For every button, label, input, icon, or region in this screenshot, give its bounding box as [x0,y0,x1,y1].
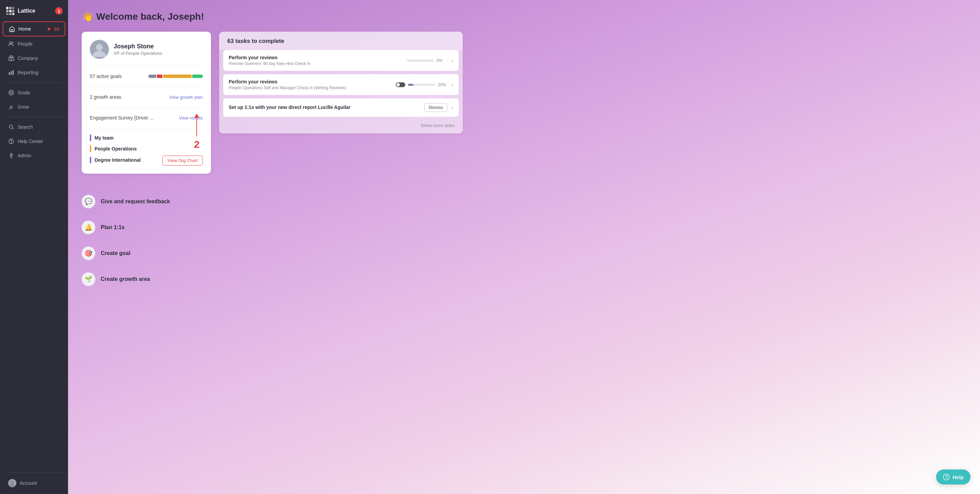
action-growth-label: Create growth area [101,276,150,282]
action-feedback[interactable]: 💬 Give and request feedback [82,190,463,213]
annotation-number-2: 2 [194,139,200,150]
svg-rect-5 [12,10,14,12]
svg-point-27 [943,474,950,480]
sidebar-item-people[interactable]: People [3,37,65,51]
arrow-line [196,118,197,137]
task-arrow-2[interactable]: › [452,82,453,88]
sidebar-item-goals[interactable]: Goals [3,86,65,99]
svg-rect-13 [11,59,12,61]
profile-goals-row: 57 active goals [90,70,203,82]
svg-rect-2 [12,7,14,9]
company-icon [8,55,14,61]
svg-rect-15 [11,71,12,75]
action-goal-label: Create goal [101,250,130,257]
task-toggle-2[interactable] [396,82,405,87]
action-goal[interactable]: 🎯 Create goal [82,242,463,265]
profile-avatar [90,40,109,59]
task-subtitle-2: People Operations Self and Manager Check… [229,86,392,90]
profile-divider-3 [90,107,203,108]
svg-rect-14 [9,72,10,75]
group-dot-myteam [90,134,91,141]
sidebar-people-label: People [18,41,60,47]
sidebar-home-label: Home [18,26,44,32]
sidebar-item-reporting[interactable]: Reporting [3,66,65,79]
sidebar-item-admin[interactable]: Admin [3,149,65,163]
sidebar-company-label: Company [18,56,60,61]
sidebar-item-company[interactable]: Company [3,51,65,65]
svg-rect-4 [9,10,11,12]
action-growth[interactable]: 🌱 Create growth area [82,268,463,291]
profile-title: VP of People Operations [114,51,162,56]
goals-seg-2 [157,75,162,78]
logo-text: Lattice [18,8,35,14]
main-content: 👋 Welcome back, Joseph! Joseph Stone [68,0,980,494]
sidebar-admin-label: Admin [18,153,60,158]
group-myteam: My team [90,132,203,143]
svg-point-26 [96,44,103,51]
sidebar-item-home[interactable]: Home 63 [3,21,65,37]
task-bar-2 [408,84,435,86]
profile-card: Joseph Stone VP of People Operations 57 … [82,32,211,174]
sidebar-search-label: Search [18,124,60,130]
annotation-arrow: 2 [194,114,200,150]
profile-name: Joseph Stone [114,43,162,50]
svg-rect-6 [6,13,8,15]
sidebar-helpcenter-label: Help Center [18,139,60,144]
reporting-icon [8,69,14,76]
goals-seg-4 [192,75,203,78]
help-button-label: Help [953,474,964,480]
task-arrow-1[interactable]: › [452,57,453,64]
group-degree-row: Degree International View Org Chart [90,154,203,166]
svg-rect-0 [6,7,8,9]
task-text-2: Perform your reviews People Operations S… [229,79,392,90]
arrow-head-up [194,114,199,118]
view-org-chart-button[interactable]: View Org Chart [162,156,203,166]
group-degree: Degree International [90,155,140,166]
sidebar-grow-label: Grow [18,104,60,110]
sidebar-item-search[interactable]: Search [3,120,65,134]
task-fill-2 [408,84,414,86]
help-button[interactable]: Help [936,470,970,484]
cards-row: Joseph Stone VP of People Operations 57 … [82,32,463,174]
sidebar-nav: Home 63 People [0,20,68,467]
svg-point-23 [11,156,12,158]
task-progress-2: 20% [396,82,447,87]
page-header: 👋 Welcome back, Joseph! [82,11,463,22]
home-dot [48,27,50,30]
home-badge: 63 [54,27,59,32]
sidebar-divider-2 [5,117,63,117]
grow-icon [8,104,14,110]
sidebar-item-account[interactable]: Account [3,475,65,491]
sidebar-bottom: Account [0,467,68,494]
goals-label: 57 active goals [90,73,121,79]
profile-header: Joseph Stone VP of People Operations [90,40,203,59]
view-growth-plan-link[interactable]: View growth plan [169,95,203,100]
svg-point-24 [11,481,14,484]
home-icon [9,26,15,32]
group-label-myteam: My team [95,135,114,140]
action-items: 💬 Give and request feedback 🔔 Plan 1:1s … [82,190,463,291]
task-title-2: Perform your reviews [229,79,392,84]
task-bar-1 [407,60,434,62]
notification-number-1: 1 [55,7,63,14]
help-icon [8,138,14,144]
tasks-header: 63 tasks to complete [219,32,463,50]
feedback-icon: 💬 [82,195,95,208]
svg-point-9 [10,42,11,44]
action-11s[interactable]: 🔔 Plan 1:1s [82,216,463,239]
svg-rect-8 [12,13,14,15]
task-pct-1: 0% [437,58,446,63]
help-chat-icon [943,473,950,480]
admin-icon [8,153,14,159]
goals-seg-3 [163,75,192,78]
profile-growth-row: 2 growth areas View growth plan [90,91,203,103]
task-text-3: Set up 1:1s with your new direct report … [229,105,420,111]
task-arrow-3[interactable]: › [452,105,453,111]
svg-point-28 [946,478,947,479]
dismiss-button[interactable]: Dismiss [424,103,447,112]
show-more-tasks[interactable]: Show more tasks [219,120,463,134]
group-label-people-ops: People Operations [95,146,137,151]
sidebar-item-grow[interactable]: Grow [3,100,65,114]
svg-rect-12 [10,56,13,57]
sidebar-item-help[interactable]: Help Center [3,134,65,148]
